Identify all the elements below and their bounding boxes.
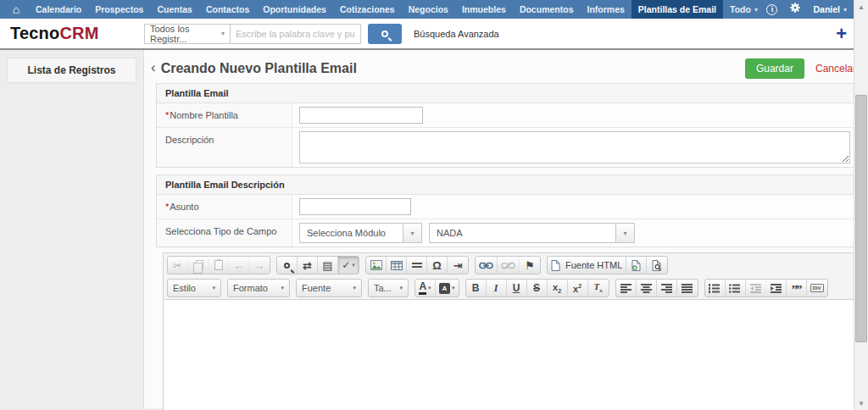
table-icon (391, 261, 403, 270)
field-value (292, 195, 857, 219)
spellcheck-button[interactable]: ✓▾ (338, 257, 359, 274)
field-select[interactable]: NADA ▾ (429, 223, 635, 243)
strikethrough-button[interactable]: S (527, 280, 548, 296)
quick-create-plus-button[interactable]: + (836, 25, 847, 43)
align-left-button[interactable] (616, 280, 637, 296)
nav-item-oportunidades[interactable]: Oportunidades (256, 0, 333, 19)
link-group: ⚑ (475, 256, 541, 274)
field-row-asunto: *Asunto (157, 195, 857, 219)
field-label-text: Asunto (170, 202, 198, 212)
nav-item-calendario[interactable]: Calendario (29, 0, 88, 19)
nav-item-cuentas[interactable]: Cuentas (150, 0, 198, 19)
scrollbar-down-arrow[interactable]: ▼ (854, 396, 868, 410)
search-scope-value: Todos los Registr... (150, 24, 221, 44)
italic-button[interactable]: I (487, 280, 507, 296)
user-menu[interactable]: Daniel ▾ (813, 4, 847, 14)
nav-item-contactos[interactable]: Contactos (199, 0, 256, 19)
select-all-button[interactable]: ▤ (318, 257, 338, 274)
outdent-button[interactable] (746, 280, 766, 296)
module-select[interactable]: Selecciona Módulo ▾ (299, 223, 422, 243)
background-color-button[interactable]: A▾ (436, 280, 459, 296)
editor-content-area[interactable] (164, 299, 857, 410)
nav-right-controls: i Daniel ▾ (766, 0, 854, 19)
replace-button[interactable]: ⇄ (298, 257, 318, 274)
align-right-button[interactable] (657, 280, 677, 296)
page-break-button[interactable]: ⇥ (448, 257, 468, 274)
copy-button[interactable] (188, 257, 209, 274)
scrollbar-thumb[interactable] (855, 95, 867, 342)
save-button[interactable]: Guardar (745, 58, 804, 79)
align-right-icon (661, 284, 672, 293)
chevron-down-icon: ▾ (352, 262, 355, 269)
text-color-button[interactable]: A▾ (415, 280, 436, 296)
undo-button[interactable]: ← (229, 257, 249, 274)
gear-icon[interactable] (789, 2, 801, 17)
size-dropdown[interactable]: Ta... ▾ (368, 279, 409, 297)
search-button[interactable] (368, 24, 402, 44)
image-button[interactable] (366, 257, 387, 274)
remove-format-button[interactable]: Tx (588, 280, 609, 296)
section-plantilla-email-descripcion: Plantilla Email Descripción *Asunto Sele… (156, 175, 858, 247)
table-button[interactable] (387, 257, 407, 274)
source-button-label: Fuente HTML (565, 260, 622, 270)
redo-button[interactable]: → (249, 257, 270, 274)
nav-item-negocios[interactable]: Negocios (402, 0, 455, 19)
nav-item-prospectos[interactable]: Prospectos (88, 0, 150, 19)
asunto-input[interactable] (299, 198, 411, 215)
blockquote-button[interactable]: ”” (787, 280, 807, 296)
required-marker: * (165, 110, 169, 120)
subscript-button[interactable]: x2 (548, 280, 568, 296)
ordered-list-button[interactable] (705, 280, 726, 296)
chevron-down-icon: ▾ (843, 6, 847, 14)
bold-button[interactable]: B (466, 280, 487, 296)
info-icon[interactable]: i (766, 4, 777, 15)
link-button[interactable] (476, 257, 498, 274)
find-button[interactable] (277, 257, 298, 274)
search-input[interactable] (231, 24, 361, 44)
indent-button[interactable] (766, 280, 787, 296)
underline-button[interactable]: U (507, 280, 527, 296)
div-container-button[interactable]: DIV (807, 280, 827, 296)
unlink-button[interactable] (498, 257, 520, 274)
style-dropdown[interactable]: Estilo ▾ (167, 279, 221, 297)
main-panel: ‹ Creando Nuevo Plantilla Email Guardar … (144, 50, 868, 408)
flag-button[interactable]: ⚑ (520, 257, 540, 274)
collapse-back-icon[interactable]: ‹ (151, 59, 156, 76)
nav-item-inmuebles[interactable]: Inmuebles (455, 0, 513, 19)
align-justify-button[interactable] (677, 280, 698, 296)
nav-item-todo[interactable]: Todo ▾ (723, 0, 765, 19)
browser-scrollbar: ▲ ▼ (854, 0, 868, 410)
background-color-icon: A (439, 283, 450, 294)
advanced-search-link[interactable]: Búsqueda Avanzada (414, 29, 499, 39)
special-char-button[interactable]: Ω (427, 257, 448, 274)
horizontal-rule-button[interactable] (407, 257, 427, 274)
scrollbar-up-arrow[interactable]: ▲ (854, 0, 868, 14)
chevron-down-icon: ▾ (615, 224, 634, 242)
sidebar-item-lista-de-registros[interactable]: Lista de Registros (7, 58, 136, 83)
font-dropdown[interactable]: Fuente ▾ (296, 279, 362, 297)
align-left-icon (620, 284, 632, 293)
nav-item-cotizaciones[interactable]: Cotizaciones (333, 0, 402, 19)
new-page-button[interactable] (626, 257, 647, 274)
descripcion-textarea[interactable] (299, 131, 850, 163)
nav-item-plantillas-de-email[interactable]: Plantillas de Email (632, 0, 723, 19)
redo-icon: → (254, 260, 265, 271)
preview-button[interactable] (647, 257, 667, 274)
format-dropdown[interactable]: Formato ▾ (227, 279, 290, 297)
superscript-button[interactable]: x2 (568, 280, 588, 296)
field-label: Descripción (157, 128, 292, 167)
search-scope-dropdown[interactable]: Todos los Registr... ▾ (144, 24, 231, 44)
paste-button[interactable] (209, 257, 229, 274)
format-dropdown-value: Formato (233, 283, 268, 293)
search-header: TecnoCRM Todos los Registr... ▾ Búsqueda… (0, 19, 868, 50)
cut-button[interactable]: ✂ (168, 257, 188, 274)
nav-item-documentos[interactable]: Documentos (513, 0, 581, 19)
unordered-list-button[interactable] (726, 280, 746, 296)
align-center-button[interactable] (637, 280, 657, 296)
source-button[interactable]: Fuente HTML (548, 257, 626, 274)
home-icon[interactable]: ⌂ (3, 0, 29, 19)
nav-item-informes[interactable]: Informes (580, 0, 631, 19)
nombre-plantilla-input[interactable] (299, 107, 423, 124)
image-icon (370, 260, 382, 270)
cancel-link[interactable]: Cancelar (815, 63, 856, 75)
